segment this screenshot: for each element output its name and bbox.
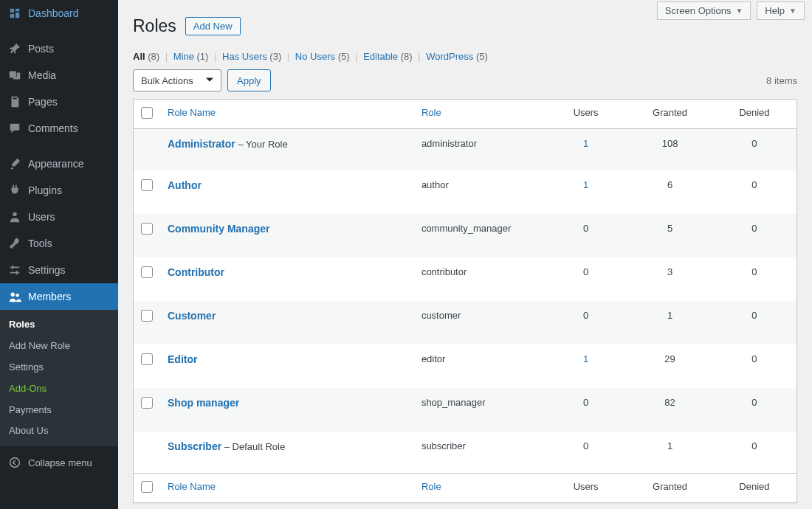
role-name-link[interactable]: Customer [168, 310, 216, 322]
denied-count: 0 [712, 432, 796, 473]
screen-options-button[interactable]: Screen Options ▼ [657, 1, 751, 20]
col-role[interactable]: Role [422, 107, 441, 118]
role-slug: contributor [414, 257, 544, 301]
users-count: 0 [583, 223, 588, 234]
submenu-item-about-us[interactable]: About Us [0, 420, 118, 442]
submenu-item-payments[interactable]: Payments [0, 400, 118, 421]
svg-point-1 [11, 293, 15, 297]
sidebar-submenu: RolesAdd New RoleSettingsAdd-OnsPayments… [0, 310, 118, 446]
row-checkbox[interactable] [141, 179, 153, 191]
sidebar-item-members[interactable]: Members [0, 283, 118, 310]
col-role[interactable]: Role [422, 481, 441, 492]
filter-editable[interactable]: Editable [363, 51, 398, 62]
members-icon [7, 289, 22, 304]
role-name-link[interactable]: Shop manager [168, 397, 239, 409]
svg-point-2 [16, 294, 19, 297]
filter-no-users[interactable]: No Users [295, 51, 335, 62]
bulk-actions-select[interactable]: Bulk Actions [133, 69, 221, 91]
page-title: Roles [133, 16, 176, 36]
collapse-icon [7, 455, 22, 470]
row-checkbox[interactable] [141, 223, 153, 235]
sidebar-item-label: Users [28, 210, 55, 224]
plug-icon [7, 183, 22, 198]
filter-mine[interactable]: Mine [173, 51, 194, 62]
filter-has-users[interactable]: Has Users [222, 51, 267, 62]
sidebar-item-settings[interactable]: Settings [0, 257, 118, 283]
users-link[interactable]: 1 [583, 179, 588, 190]
filter-wordpress[interactable]: WordPress [426, 51, 473, 62]
denied-count: 0 [712, 301, 796, 344]
table-row: Subscriber – Default Rolesubscriber010 [134, 432, 796, 473]
select-all-checkbox[interactable] [141, 107, 153, 119]
select-all-checkbox-bottom[interactable] [141, 481, 153, 493]
chevron-down-icon: ▼ [735, 7, 743, 15]
denied-count: 0 [712, 257, 796, 301]
add-new-button[interactable]: Add New [185, 17, 241, 35]
col-denied: Denied [712, 473, 796, 502]
granted-count: 29 [627, 344, 712, 388]
granted-count: 1 [627, 432, 712, 473]
main-content: Screen Options ▼ Help ▼ Roles Add New Al… [118, 0, 812, 509]
users-link[interactable]: 1 [583, 138, 588, 149]
role-slug: editor [414, 344, 544, 388]
users-link[interactable]: 1 [583, 353, 588, 364]
sidebar-item-users[interactable]: Users [0, 204, 118, 230]
sidebar-item-label: Members [28, 290, 71, 303]
sidebar-item-media[interactable]: Media [0, 62, 118, 89]
granted-count: 108 [627, 129, 712, 170]
col-denied: Denied [712, 100, 796, 129]
role-name-link[interactable]: Community Manager [168, 223, 269, 235]
submenu-item-add-ons[interactable]: Add-Ons [0, 378, 118, 400]
sidebar-item-comments[interactable]: Comments [0, 115, 118, 142]
sidebar-item-label: Dashboard [28, 7, 79, 20]
role-name-link[interactable]: Contributor [168, 266, 224, 278]
role-name-link[interactable]: Subscriber [168, 440, 221, 452]
col-role-name[interactable]: Role Name [168, 481, 216, 492]
row-checkbox[interactable] [141, 310, 153, 322]
sidebar-item-label: Comments [28, 122, 78, 135]
granted-count: 6 [627, 170, 712, 214]
role-suffix: – Your Role [235, 139, 288, 150]
admin-sidebar: DashboardPostsMediaPagesCommentsAppearan… [0, 0, 118, 509]
sidebar-item-plugins[interactable]: Plugins [0, 177, 118, 204]
role-slug: administrator [414, 129, 544, 170]
sidebar-item-appearance[interactable]: Appearance [0, 150, 118, 177]
sidebar-item-posts[interactable]: Posts [0, 35, 118, 62]
row-checkbox[interactable] [141, 266, 153, 278]
role-name-link[interactable]: Author [168, 179, 202, 191]
filter-all[interactable]: All (8) [133, 51, 159, 62]
bulk-actions-label: Bulk Actions [141, 75, 193, 86]
granted-count: 3 [627, 257, 712, 301]
submenu-item-roles[interactable]: Roles [0, 314, 118, 336]
row-checkbox[interactable] [141, 397, 153, 409]
table-row: Contributorcontributor030 [134, 257, 796, 301]
role-slug: community_manager [414, 214, 544, 257]
apply-button[interactable]: Apply [227, 69, 271, 91]
role-name-link[interactable]: Editor [168, 353, 197, 365]
submenu-item-add-new-role[interactable]: Add New Role [0, 336, 118, 357]
sidebar-item-label: Plugins [28, 184, 62, 197]
role-name-link[interactable]: Administrator [168, 138, 235, 150]
denied-count: 0 [712, 344, 796, 388]
col-granted: Granted [627, 473, 712, 502]
help-button[interactable]: Help ▼ [757, 1, 805, 20]
sidebar-item-dashboard[interactable]: Dashboard [0, 0, 118, 27]
denied-count: 0 [712, 129, 796, 170]
help-label: Help [765, 5, 785, 16]
row-checkbox[interactable] [141, 353, 153, 365]
sidebar-item-tools[interactable]: Tools [0, 230, 118, 257]
role-slug: customer [414, 301, 544, 344]
col-role-name[interactable]: Role Name [168, 107, 216, 118]
granted-count: 5 [627, 214, 712, 257]
chevron-down-icon: ▼ [789, 7, 796, 15]
submenu-item-settings[interactable]: Settings [0, 357, 118, 378]
collapse-label: Collapse menu [28, 457, 92, 468]
sidebar-item-pages[interactable]: Pages [0, 89, 118, 115]
sidebar-item-label: Posts [28, 42, 54, 55]
users-count: 0 [583, 440, 588, 451]
role-slug: subscriber [414, 432, 544, 473]
sliders-icon [7, 263, 22, 277]
pages-icon [7, 94, 22, 109]
users-count: 0 [583, 310, 588, 321]
collapse-menu[interactable]: Collapse menu [0, 449, 118, 476]
